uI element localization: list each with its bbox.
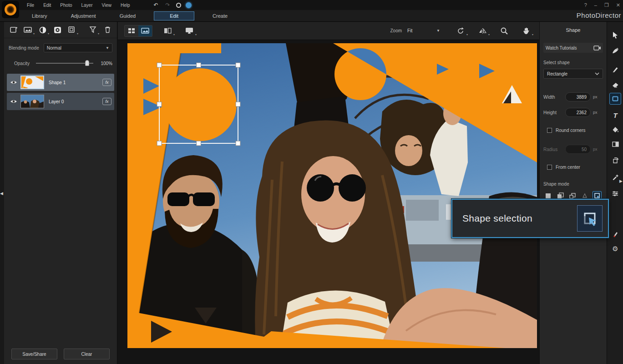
zoom-dropdown-icon[interactable]: ▼: [436, 29, 440, 33]
undo-icon[interactable]: ↶: [152, 2, 160, 8]
adjust-sliders-icon[interactable]: [609, 187, 621, 199]
panel-title: Shape: [543, 27, 603, 33]
add-layer-icon[interactable]: [8, 25, 20, 35]
grid-view-icon[interactable]: [125, 25, 138, 36]
redo-icon[interactable]: ↷: [164, 2, 172, 8]
layer-row-shape1[interactable]: Shape 1 fx: [7, 74, 114, 91]
close-button[interactable]: ✕: [616, 2, 620, 8]
photodirector-window: File Edit Photo Layer View Help ↶ ↷ ? – …: [0, 0, 623, 364]
radius-label: Radius: [543, 147, 565, 152]
tutorial-video-icon: [593, 45, 601, 51]
color-picker-icon[interactable]: [609, 228, 621, 240]
image-layer-icon[interactable]: ▾: [22, 25, 34, 35]
view-mode-group: [124, 25, 152, 37]
width-input[interactable]: [565, 92, 591, 101]
radius-unit: px: [593, 147, 598, 152]
left-panel-footer: Save/Share Clear: [4, 349, 117, 359]
zoom-tool-icon[interactable]: [497, 25, 511, 36]
hand-tool-icon[interactable]: ▾: [519, 25, 533, 36]
chevron-down-icon: ▼: [106, 46, 109, 50]
layers-list: Shape 1 fx Layer 0 fx: [4, 74, 117, 110]
width-unit: px: [593, 95, 598, 99]
record-icon[interactable]: [176, 3, 181, 8]
shape-tool-icon[interactable]: [609, 93, 621, 105]
maximize-button[interactable]: ❐: [604, 2, 609, 8]
adjustment-layer-icon[interactable]: ▾: [37, 25, 49, 35]
tab-edit[interactable]: Edit: [154, 11, 194, 20]
height-input[interactable]: [565, 108, 591, 117]
tab-guided[interactable]: Guided: [114, 11, 141, 20]
collapse-right-panel-icon[interactable]: ▶: [619, 179, 623, 183]
opacity-slider[interactable]: [36, 60, 93, 66]
eraser-tool-icon[interactable]: [609, 79, 621, 91]
settings-gear-icon[interactable]: ⚙: [609, 243, 621, 255]
photodirector-logo[interactable]: [2, 1, 19, 18]
shape-selection-large-icon: [577, 205, 603, 232]
flip-icon[interactable]: ▾: [476, 25, 489, 36]
pointer-tool-icon[interactable]: [609, 29, 621, 41]
opacity-value: 100%: [98, 61, 112, 66]
mask-tool-icon[interactable]: [609, 138, 621, 150]
pen-tool-icon[interactable]: [609, 64, 621, 76]
watch-tutorials-label: Watch Tutorials: [546, 46, 593, 51]
menu-item-file[interactable]: File: [23, 2, 38, 9]
photo-stage[interactable]: [127, 43, 537, 348]
layer-row-layer0[interactable]: Layer 0 fx: [7, 93, 114, 110]
rotate-icon[interactable]: ▾: [454, 25, 467, 36]
blending-mode-select[interactable]: Normal ▼: [44, 43, 112, 52]
fill-tool-icon[interactable]: [609, 124, 621, 136]
collapse-left-panel-icon[interactable]: ◀: [0, 191, 3, 196]
display-mode-icon[interactable]: ▾: [182, 25, 196, 36]
text-tool-icon[interactable]: T: [609, 109, 621, 121]
shape-type-select[interactable]: Rectangle: [543, 69, 603, 79]
tab-create[interactable]: Create: [207, 11, 233, 20]
menu-item-edit[interactable]: Edit: [39, 2, 55, 9]
tools-rail: T ⚙ ▶: [607, 22, 623, 364]
radius-field-row: Radius px: [543, 145, 603, 154]
from-center-row: From center: [543, 165, 603, 170]
opacity-label: Opacity: [14, 61, 30, 66]
shape-type-value: Rectangle: [547, 71, 595, 76]
transform-tool-icon[interactable]: [609, 155, 621, 167]
help-button[interactable]: ?: [584, 2, 587, 8]
window-controls: ? – ❐ ✕: [584, 0, 620, 10]
from-center-checkbox[interactable]: [547, 165, 552, 170]
menu-item-view[interactable]: View: [98, 2, 116, 9]
sync-status-icon[interactable]: [186, 2, 192, 8]
smudge-tool-icon[interactable]: [609, 45, 621, 56]
visibility-eye-icon[interactable]: [10, 80, 18, 85]
delete-layer-icon[interactable]: [101, 25, 113, 35]
menu-item-help[interactable]: Help: [116, 2, 134, 9]
opacity-slider-handle[interactable]: [85, 60, 89, 66]
logo-ring-icon: [5, 4, 16, 15]
clear-button[interactable]: Clear: [64, 349, 110, 359]
mask-layer-icon[interactable]: [51, 25, 63, 35]
canvas-image[interactable]: [127, 43, 537, 348]
filter-icon[interactable]: ▾: [87, 25, 99, 35]
height-field-row: Height px: [543, 108, 603, 117]
blending-mode-value: Normal: [47, 46, 106, 51]
zoom-value[interactable]: Fit: [407, 28, 436, 33]
watch-tutorials-button[interactable]: Watch Tutorials: [543, 43, 603, 53]
tab-adjustment[interactable]: Adjustment: [66, 11, 101, 20]
layer-name: Shape 1: [49, 80, 102, 85]
visibility-eye-icon[interactable]: [10, 99, 18, 104]
save-share-button[interactable]: Save/Share: [11, 349, 57, 359]
compare-view-icon[interactable]: ▾: [161, 25, 174, 36]
layer-thumbnail: [20, 95, 44, 108]
round-corners-checkbox[interactable]: [547, 128, 552, 133]
select-shape-label: Select shape: [543, 60, 603, 65]
height-label: Height: [543, 110, 565, 115]
frame-layer-icon[interactable]: ▾: [66, 25, 78, 35]
layers-toolbar: ▾ ▾ ▾ ▾: [4, 22, 117, 38]
single-view-icon[interactable]: [138, 25, 152, 36]
shape-circle-selected[interactable]: [164, 68, 237, 141]
menu-item-layer[interactable]: Layer: [77, 2, 97, 9]
fx-button[interactable]: fx: [102, 98, 111, 105]
tab-library[interactable]: Library: [26, 11, 53, 20]
quick-actions: ↶ ↷: [152, 2, 192, 8]
menu-item-photo[interactable]: Photo: [56, 2, 76, 9]
minimize-button[interactable]: –: [594, 2, 597, 8]
fx-button[interactable]: fx: [102, 79, 111, 86]
title-bar: File Edit Photo Layer View Help ↶ ↷ ? – …: [0, 0, 623, 10]
